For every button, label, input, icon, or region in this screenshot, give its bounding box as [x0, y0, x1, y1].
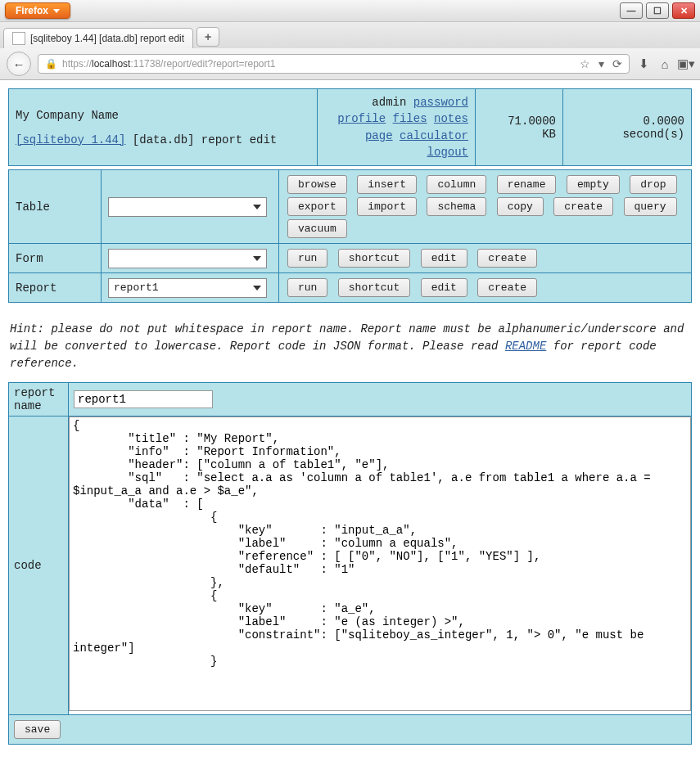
firefox-label: Firefox: [16, 5, 48, 16]
report-row: Report report1 run shortcut edit create: [9, 273, 692, 303]
db-name: [data.db]: [133, 133, 195, 146]
home-icon[interactable]: ⌂: [657, 56, 672, 71]
form-edit-button[interactable]: edit: [421, 249, 467, 268]
favicon-icon: [12, 32, 25, 45]
url-host: localhost: [92, 58, 130, 70]
notes-link[interactable]: notes: [434, 112, 468, 125]
report-buttons-cell: run shortcut edit create: [279, 273, 692, 303]
company-name: My Company Name: [16, 109, 310, 122]
url-bar: ← 🔒 https:// localhost :11738 /report/ed…: [0, 48, 700, 79]
tab-title: [sqliteboy 1.44] [data.db] report edit: [30, 33, 184, 44]
copy-button[interactable]: copy: [497, 197, 544, 216]
table-label: Table: [9, 170, 102, 244]
password-link[interactable]: password: [413, 96, 468, 109]
bookmarks-icon[interactable]: ▣▾: [679, 56, 693, 71]
chevron-down-icon: [253, 286, 261, 290]
browse-button[interactable]: browse: [287, 175, 347, 194]
tab-bar: [sqliteboy 1.44] [data.db] report edit +: [0, 22, 700, 48]
table-select[interactable]: [108, 197, 267, 217]
dropdown-icon[interactable]: ▾: [598, 57, 604, 70]
form-row: Form run shortcut edit create: [9, 244, 692, 273]
report-label: Report: [9, 273, 102, 303]
form-run-button[interactable]: run: [287, 249, 327, 268]
profile-link[interactable]: profile: [337, 112, 386, 125]
form-buttons-cell: run shortcut edit create: [279, 244, 692, 273]
url-path: /report/edit?report=report1: [160, 58, 275, 70]
logout-link[interactable]: logout: [427, 146, 468, 159]
save-button[interactable]: save: [14, 720, 61, 739]
page-link[interactable]: page: [365, 129, 393, 142]
links-cell: admin password profile files notes page …: [318, 89, 476, 166]
minimize-button[interactable]: —: [620, 2, 643, 19]
report-name-input[interactable]: [74, 390, 213, 408]
firefox-menu-button[interactable]: Firefox: [5, 2, 70, 19]
form-select[interactable]: [108, 249, 267, 268]
hint-text: Hint: please do not put whitespace in re…: [10, 321, 690, 372]
download-icon[interactable]: ⬇: [636, 56, 651, 71]
report-create-button[interactable]: create: [477, 278, 537, 297]
browser-chrome: Firefox — ☐ ✕ [sqliteboy 1.44] [data.db]…: [0, 0, 700, 80]
size-cell: 71.0000 KB: [476, 89, 563, 166]
files-link[interactable]: files: [393, 112, 427, 125]
schema-button[interactable]: schema: [427, 197, 486, 216]
vacuum-button[interactable]: vacuum: [287, 219, 347, 238]
header-table: My Company Name [sqliteboy 1.44] [data.d…: [8, 88, 692, 166]
bookmark-icon[interactable]: ☆: [580, 57, 590, 70]
report-form: report name code: [8, 382, 692, 715]
report-run-button[interactable]: run: [287, 278, 327, 297]
form-label: Form: [9, 244, 102, 273]
chevron-down-icon: [253, 205, 261, 209]
back-button[interactable]: ←: [7, 52, 31, 76]
size-value: 71.0000: [482, 115, 556, 128]
empty-button[interactable]: empty: [567, 175, 620, 194]
name-label: report name: [9, 383, 69, 417]
report-edit-button[interactable]: edit: [421, 278, 467, 297]
code-label: code: [9, 417, 69, 715]
query-button[interactable]: query: [624, 197, 677, 216]
user-label: admin: [372, 96, 406, 109]
form-shortcut-button[interactable]: shortcut: [338, 249, 410, 268]
browser-tab[interactable]: [sqliteboy 1.44] [data.db] report edit: [3, 28, 193, 48]
drop-button[interactable]: drop: [630, 175, 676, 194]
close-button[interactable]: ✕: [672, 2, 695, 19]
rename-button[interactable]: rename: [497, 175, 557, 194]
titlebar: Firefox — ☐ ✕: [0, 0, 700, 22]
dropdown-icon: [53, 9, 60, 13]
report-selected: report1: [114, 281, 159, 294]
lock-icon: 🔒: [45, 58, 57, 70]
size-unit: KB: [482, 128, 556, 141]
window-buttons: — ☐ ✕: [620, 2, 695, 19]
save-bar: save: [8, 715, 692, 745]
reload-icon[interactable]: ⟳: [612, 57, 622, 70]
insert-button[interactable]: insert: [357, 175, 417, 194]
export-button[interactable]: export: [287, 197, 347, 216]
url-port: :11738: [130, 58, 160, 70]
form-create-button[interactable]: create: [477, 249, 537, 268]
actions-table: Table browse insert column rename empty …: [8, 169, 692, 303]
url-right: ☆ ▾ ⟳: [580, 57, 622, 70]
page-content: My Company Name [sqliteboy 1.44] [data.d…: [0, 80, 700, 753]
readme-link[interactable]: README: [505, 340, 546, 353]
time-cell: 0.0000 second(s): [563, 89, 692, 166]
table-buttons-cell: browse insert column rename empty drop e…: [279, 170, 692, 244]
calculator-link[interactable]: calculator: [400, 129, 468, 142]
time-value: 0.0000: [570, 115, 684, 128]
column-button[interactable]: column: [427, 175, 486, 194]
url-input[interactable]: 🔒 https:// localhost :11738 /report/edit…: [38, 54, 630, 74]
maximize-button[interactable]: ☐: [646, 2, 669, 19]
chevron-down-icon: [253, 256, 261, 261]
import-button[interactable]: import: [357, 197, 417, 216]
url-scheme: https://: [62, 58, 92, 70]
new-tab-button[interactable]: +: [196, 27, 219, 47]
app-link[interactable]: [sqliteboy 1.44]: [16, 133, 125, 146]
company-cell: My Company Name [sqliteboy 1.44] [data.d…: [9, 89, 318, 166]
report-select[interactable]: report1: [108, 278, 267, 298]
code-textarea[interactable]: [69, 417, 691, 711]
create-button[interactable]: create: [553, 197, 613, 216]
report-shortcut-button[interactable]: shortcut: [338, 278, 410, 297]
time-unit: second(s): [570, 128, 684, 141]
table-row: Table browse insert column rename empty …: [9, 170, 692, 244]
page-name: report edit: [201, 133, 277, 146]
